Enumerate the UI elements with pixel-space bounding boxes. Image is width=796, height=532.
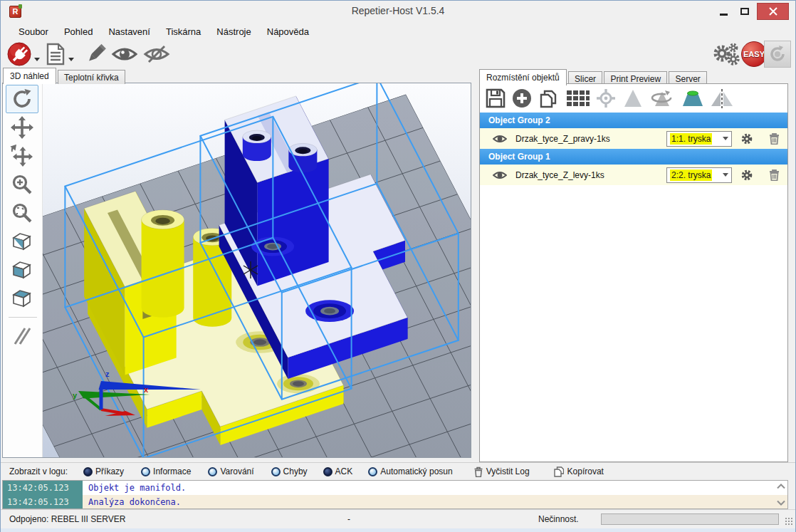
filter-led-icon xyxy=(323,467,332,476)
connect-dropdown-caret[interactable] xyxy=(34,58,40,61)
hide-travel-button[interactable] xyxy=(142,42,172,66)
filter-informace[interactable]: Informace xyxy=(141,466,191,476)
object-row[interactable]: Drzak_tyce_Z_levy-1ks 2:2. tryska xyxy=(480,165,787,185)
copy-log-label: Kopírovat xyxy=(567,466,604,476)
filter-label: Příkazy xyxy=(95,466,124,476)
clear-log-button[interactable]: Vyčistit Log xyxy=(474,466,530,477)
filter-chyby[interactable]: Chyby xyxy=(271,466,308,476)
scroll-up-icon[interactable] xyxy=(777,484,785,489)
minimize-icon xyxy=(720,14,728,16)
toolbar-separator xyxy=(9,317,37,318)
progress-bar xyxy=(601,513,779,525)
delete-trash-icon[interactable] xyxy=(769,169,780,181)
copy-log-button[interactable]: Kopírovat xyxy=(554,466,604,477)
scale-object-icon xyxy=(622,88,644,109)
log-area[interactable]: 13:42:05.123 Objekt je manifold. 13:42:0… xyxy=(2,480,788,509)
viewport-frame: xyz xyxy=(2,83,471,458)
fit-view-icon xyxy=(11,202,33,224)
filter-prikazy[interactable]: Příkazy xyxy=(83,466,124,476)
autoposition-icon xyxy=(565,88,590,109)
status-center: - xyxy=(347,514,350,524)
emergency-stop-button[interactable] xyxy=(764,41,791,68)
fit-view-button[interactable] xyxy=(6,199,38,227)
tab-rozmisteni-objektu[interactable]: Rozmístění objektů xyxy=(479,69,567,85)
add-object-button[interactable] xyxy=(511,88,533,109)
tab-3d-nahled[interactable]: 3D náhled xyxy=(3,68,56,84)
3d-canvas[interactable]: xyz xyxy=(43,83,471,457)
app-window: R Repetier-Host V1.5.4 Soubor Pohled Nas… xyxy=(0,0,796,532)
zoom-button[interactable] xyxy=(6,170,38,199)
easy-mode-button[interactable]: EASY xyxy=(741,41,767,67)
maximize-button[interactable] xyxy=(734,3,755,20)
minimize-button[interactable] xyxy=(713,3,734,20)
rotate-view-button[interactable] xyxy=(6,85,38,113)
menu-soubor[interactable]: Soubor xyxy=(11,23,56,41)
filter-automaticky-posun[interactable]: Automatický posun xyxy=(368,466,452,476)
move-object-button[interactable] xyxy=(6,142,38,170)
mirror-object-icon xyxy=(710,88,734,109)
parallel-projection-icon xyxy=(11,325,33,347)
show-filament-button[interactable] xyxy=(110,42,139,66)
front-view-button[interactable] xyxy=(6,256,38,284)
menu-tiskarna[interactable]: Tiskárna xyxy=(158,23,209,41)
rotate-object-button[interactable] xyxy=(649,88,676,109)
tab-teplotni-krivka[interactable]: Teplotní křivka xyxy=(58,70,125,84)
filter-varovani[interactable]: Varování xyxy=(208,466,253,476)
group-header[interactable]: Object Group 1 xyxy=(480,149,787,165)
object-row[interactable]: Drzak_tyce_Z_pravy-1ks 1:1. tryska xyxy=(480,128,787,149)
load-button[interactable] xyxy=(45,42,75,66)
resize-grip[interactable] xyxy=(785,517,793,526)
log-timestamp: 13:42:05.123 xyxy=(3,481,83,495)
scroll-down-icon[interactable] xyxy=(777,500,785,506)
filter-led-icon xyxy=(271,467,281,476)
object-placement-panel: Object Group 2 Drzak_tyce_Z_pravy-1ks 1:… xyxy=(479,83,788,462)
menu-nastroje[interactable]: Nástroje xyxy=(209,23,258,41)
center-object-button[interactable] xyxy=(595,88,617,109)
close-button[interactable] xyxy=(757,3,789,20)
parallel-projection-button[interactable] xyxy=(6,322,38,350)
filter-label: Varování xyxy=(220,466,253,476)
load-dropdown-caret[interactable] xyxy=(68,58,74,61)
svg-text:x: x xyxy=(144,385,149,394)
log-timestamp: 13:42:05.123 xyxy=(3,495,83,509)
menu-nastaveni[interactable]: Nastavení xyxy=(100,23,158,41)
copy-icon xyxy=(554,466,564,477)
object-settings-gear-icon[interactable] xyxy=(740,132,753,145)
cut-object-button[interactable] xyxy=(681,88,705,109)
svg-text:z: z xyxy=(105,370,110,378)
menu-bar: Soubor Pohled Nastavení Tiskárna Nástroj… xyxy=(1,22,795,41)
scale-object-button[interactable] xyxy=(622,88,644,109)
settings-button[interactable] xyxy=(711,43,743,67)
move-object-icon xyxy=(10,145,34,167)
isometric-view-button[interactable] xyxy=(6,227,38,256)
delete-trash-icon[interactable] xyxy=(769,132,780,145)
object-settings-gear-icon[interactable] xyxy=(740,169,753,182)
extruder-select[interactable]: 2:2. tryska xyxy=(666,167,732,183)
group-header[interactable]: Object Group 2 xyxy=(480,113,787,128)
autoposition-button[interactable] xyxy=(565,88,590,109)
extruder-value: 1:1. tryska xyxy=(670,133,712,145)
filter-ack[interactable]: ACK xyxy=(323,466,353,476)
clear-log-label: Vyčistit Log xyxy=(486,466,530,476)
visibility-eye-icon[interactable] xyxy=(493,170,507,180)
edit-object-button[interactable] xyxy=(83,42,108,66)
filter-label: Chyby xyxy=(283,466,308,476)
document-icon xyxy=(45,43,66,66)
activity-status: Nečinnost. xyxy=(538,514,579,524)
connect-button[interactable] xyxy=(6,42,41,66)
gears-icon xyxy=(711,43,743,67)
center-object-icon xyxy=(595,88,617,109)
move-view-button[interactable] xyxy=(6,113,38,142)
menu-napoveda[interactable]: Nápověda xyxy=(259,23,317,41)
save-job-button[interactable] xyxy=(485,88,506,109)
add-icon xyxy=(511,88,533,109)
extruder-select[interactable]: 1:1. tryska xyxy=(666,131,732,147)
top-view-button[interactable] xyxy=(6,284,38,313)
copy-object-button[interactable] xyxy=(538,88,560,109)
menu-pohled[interactable]: Pohled xyxy=(56,23,100,41)
visibility-eye-icon[interactable] xyxy=(493,134,507,144)
connection-status: Odpojeno: REBEL III SERVER xyxy=(9,514,125,524)
eye-icon xyxy=(110,43,139,65)
close-icon xyxy=(769,7,777,16)
mirror-object-button[interactable] xyxy=(710,88,734,109)
